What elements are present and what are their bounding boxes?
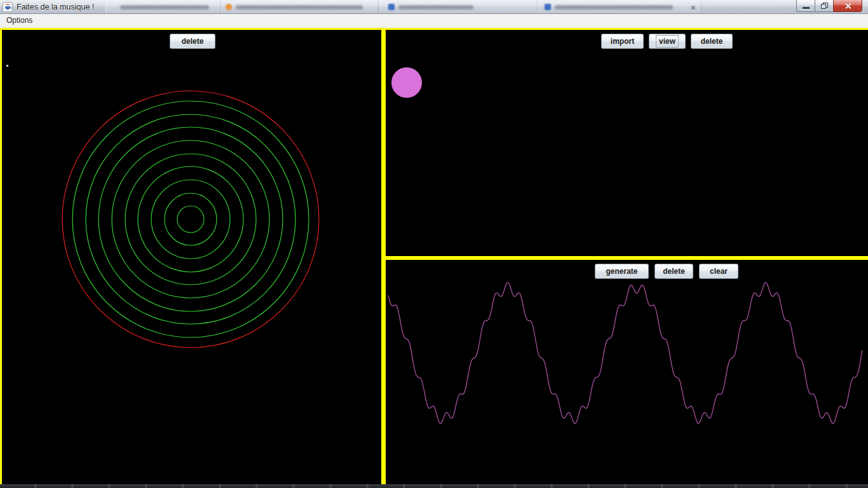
background-browser-tab[interactable] — [105, 1, 221, 13]
app-title-area: Faites de la musique ! — [0, 0, 107, 14]
titlebar[interactable]: Faites de la musique ! — [0, 0, 868, 14]
import-button[interactable]: import — [601, 34, 644, 49]
delete-button[interactable]: delete — [654, 264, 693, 279]
minimize-icon — [803, 7, 810, 9]
delete-button-label: delete — [179, 35, 207, 48]
tab-close-icon[interactable] — [691, 5, 696, 10]
import-button-label: import — [607, 35, 637, 48]
window-controls — [796, 0, 862, 12]
circles-panel[interactable]: delete — [2, 30, 381, 484]
waveform-line — [388, 283, 862, 424]
blurred-tab-text — [236, 5, 363, 10]
app-window: Faites de la musique ! Options delete — [0, 0, 868, 488]
content-area: delete import view delete generate delet… — [0, 28, 868, 484]
background-browser-tab[interactable] — [221, 1, 379, 13]
blurred-tab-text — [120, 5, 209, 10]
close-icon — [844, 3, 851, 10]
concentric-circles-figure — [62, 91, 319, 348]
restore-icon — [821, 3, 828, 9]
minimize-button[interactable] — [796, 0, 815, 12]
delete-button[interactable]: delete — [170, 34, 215, 49]
tab-favicon-icon — [545, 4, 551, 10]
menu-options[interactable]: Options — [0, 14, 39, 27]
generate-button[interactable]: generate — [595, 264, 649, 279]
delete-button-label: delete — [698, 35, 726, 48]
taskbar-strip[interactable] — [0, 484, 868, 488]
stray-pixel-dot — [6, 65, 8, 67]
blurred-tab-text — [398, 5, 473, 10]
close-button[interactable] — [833, 0, 862, 12]
window-title: Faites de la musique ! — [17, 3, 94, 11]
background-browser-tab[interactable] — [538, 1, 702, 13]
clear-button[interactable]: clear — [699, 264, 738, 279]
view-button[interactable]: view — [649, 34, 686, 49]
blurred-tab-text — [555, 5, 673, 10]
delete-button[interactable]: delete — [691, 34, 733, 49]
clear-button-label: clear — [707, 265, 731, 278]
import-panel[interactable]: import view delete — [386, 30, 868, 256]
view-button-label: view — [656, 35, 679, 48]
generate-button-label: generate — [602, 265, 641, 278]
background-browser-tab[interactable] — [380, 1, 538, 13]
delete-button-label: delete — [660, 265, 688, 278]
yellow-divider-vertical — [381, 28, 386, 484]
menubar: Options — [0, 14, 868, 28]
java-coffee-cup-icon — [3, 2, 13, 12]
tab-favicon-icon — [226, 4, 232, 10]
restore-button[interactable] — [815, 0, 833, 12]
orchid-dot[interactable] — [391, 67, 422, 98]
tab-favicon-icon — [388, 4, 395, 10]
wave-panel[interactable]: generate delete clear — [386, 260, 868, 484]
